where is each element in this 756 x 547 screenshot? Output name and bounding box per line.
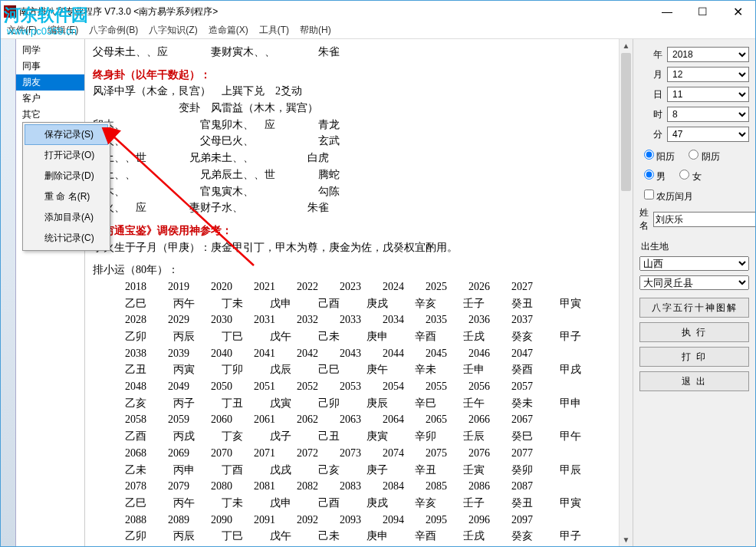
table-row: 乙亥 丙子 丁丑 戊寅 己卯 庚辰 辛巳 壬午 癸未 甲申 xyxy=(93,395,611,412)
left-gutter xyxy=(1,39,16,546)
app-icon xyxy=(4,5,16,18)
maximize-button[interactable]: ☐ xyxy=(685,1,720,22)
ctx-delete[interactable]: 删除记录(D) xyxy=(25,166,108,186)
window-controls: — ☐ ✕ xyxy=(649,1,755,22)
month-select[interactable]: 12 xyxy=(667,67,749,82)
ctx-add-dir[interactable]: 添加目录(A) xyxy=(25,207,108,228)
heading: 终身卦（以年干数起）： xyxy=(93,67,611,84)
scroll-thumb[interactable] xyxy=(621,53,631,191)
sidebar-item-other[interactable]: 其它 xyxy=(16,107,84,123)
menu-file[interactable]: 文件(F) xyxy=(7,24,37,37)
text-line: 巳火、 父母巳火、 玄武 xyxy=(93,133,611,150)
radio-female[interactable]: 女 xyxy=(679,170,701,183)
table-row: 2058 2059 2060 2061 2062 2063 2064 2065 … xyxy=(93,411,611,428)
menu-zaoming[interactable]: 造命篇(X) xyxy=(209,24,248,37)
text-line: 巳火、 应 妻财子水、 朱雀 xyxy=(93,199,611,216)
table-row: 2028 2029 2030 2031 2032 2033 2034 2035 … xyxy=(93,311,611,328)
province-select[interactable]: 山西 xyxy=(639,256,749,271)
right-panel: 年2018 月12 日11 时8 分47 阳历 阴历 男 女 农历闰月 姓名 出… xyxy=(633,39,755,546)
ctx-stats[interactable]: 统计记录(C) xyxy=(25,228,108,249)
radio-solar[interactable]: 阳历 xyxy=(644,150,675,163)
text-line: 风泽中孚（木金，艮宫） 上巽下兑 2爻动 xyxy=(93,83,611,100)
ctx-save[interactable]: 保存记录(S) xyxy=(25,124,108,145)
text-line: 未土、、世 兄弟未土、、 白虎 xyxy=(93,150,611,166)
print-button[interactable]: 打 印 xyxy=(639,347,749,367)
sidebar-item-friend[interactable]: 朋友 xyxy=(16,74,84,91)
exit-button[interactable]: 退 出 xyxy=(639,371,749,391)
text-line: 丁火生于子月（甲庚）：庚金甲引丁，甲木为尊，庚金为佐，戊癸权宜酌用。 xyxy=(93,239,611,256)
hour-label: 时 xyxy=(639,108,667,121)
table-row: 2038 2039 2040 2041 2042 2043 2044 2045 … xyxy=(93,345,611,362)
menu-tools[interactable]: 工具(T) xyxy=(259,24,289,37)
menu-edit[interactable]: 编辑(E) xyxy=(48,24,78,37)
table-row: 乙未 丙申 丁酉 戊戌 己亥 庚子 辛丑 壬寅 癸卯 甲辰 xyxy=(93,462,611,479)
scrollbar[interactable]: ▲ ▼ xyxy=(619,39,633,546)
name-input[interactable] xyxy=(653,212,756,227)
table-row: 2078 2079 2080 2081 2082 2083 2084 2085 … xyxy=(93,478,611,495)
main-content: 父母未土、、应 妻财寅木、、 朱雀 终身卦（以年干数起）： 风泽中孚（木金，艮宫… xyxy=(85,39,619,546)
table-row: 2088 2089 2090 2091 2092 2093 2094 2095 … xyxy=(93,512,611,529)
table-row: 乙卯 丙辰 丁巳 戊午 己未 庚申 辛酉 壬戌 癸亥 甲子 xyxy=(93,528,611,545)
heading: 《穷通宝鉴》调侯用神参考： xyxy=(93,222,611,239)
table-row: 2018 2019 2020 2021 2022 2023 2024 2025 … xyxy=(93,278,611,295)
fortune-table: 2018 2019 2020 2021 2022 2023 2024 2025 … xyxy=(93,278,611,545)
table-row: 2068 2069 2070 2071 2072 2073 2074 2075 … xyxy=(93,445,611,462)
table-row: 乙丑 丙寅 丁卯 戊辰 己巳 庚午 辛未 壬申 癸酉 甲戌 xyxy=(93,361,611,378)
year-label: 年 xyxy=(639,48,667,61)
text-line: 父母未土、、应 妻财寅木、、 朱雀 xyxy=(93,44,611,61)
text-line: 变卦 风雷益（木木，巽宫） xyxy=(93,100,611,117)
sidebar-item-colleague[interactable]: 同事 xyxy=(16,58,84,74)
table-row: 2048 2049 2050 2051 2052 2053 2054 2055 … xyxy=(93,378,611,395)
menu-help[interactable]: 帮助(H) xyxy=(300,24,331,37)
checkbox-lunar-leap[interactable]: 农历闰月 xyxy=(644,191,693,202)
scroll-up-icon[interactable]: ▲ xyxy=(620,39,633,52)
table-row: 乙巳 丙午 丁未 戊申 己酉 庚戌 辛亥 壬子 癸丑 甲寅 xyxy=(93,295,611,312)
context-menu: 保存记录(S) 打开记录(O) 删除记录(D) 重 命 名(R) 添加目录(A)… xyxy=(22,122,110,251)
execute-button[interactable]: 执 行 xyxy=(639,322,749,342)
text-line: 卯木、 官鬼寅木、 勾陈 xyxy=(93,183,611,200)
scroll-down-icon[interactable]: ▼ xyxy=(620,533,633,546)
diagram-button[interactable]: 八字五行十神图解 xyxy=(639,298,749,318)
city-select[interactable]: 大同灵丘县 xyxy=(639,275,749,290)
text-line: 排小运（80年）： xyxy=(93,262,611,278)
table-row: 乙巳 丙午 丁未 戊申 己酉 庚戌 辛亥 壬子 癸丑 甲寅 xyxy=(93,495,611,512)
ctx-open[interactable]: 打开记录(O) xyxy=(25,145,108,166)
minute-select[interactable]: 47 xyxy=(667,127,749,142)
radio-lunar[interactable]: 阴历 xyxy=(689,150,719,163)
day-select[interactable]: 11 xyxy=(667,87,749,102)
window-title: 南方排八字专业程序 V7.3.0 <南方易学系列程序> xyxy=(19,5,218,18)
minute-label: 分 xyxy=(639,128,667,141)
ctx-rename[interactable]: 重 命 名(R) xyxy=(25,186,108,207)
day-label: 日 xyxy=(639,88,667,101)
menu-examples[interactable]: 八字命例(B) xyxy=(89,24,138,37)
titlebar: 南方排八字专业程序 V7.3.0 <南方易学系列程序> — ☐ ✕ xyxy=(1,1,755,22)
text-line: 丑土、、 兄弟辰土、、世 腾蛇 xyxy=(93,166,611,183)
hour-select[interactable]: 8 xyxy=(667,107,749,122)
menu-knowledge[interactable]: 八字知识(Z) xyxy=(149,24,197,37)
table-row: 乙卯 丙辰 丁巳 戊午 己未 庚申 辛酉 壬戌 癸亥 甲子 xyxy=(93,328,611,345)
month-label: 月 xyxy=(639,68,667,81)
birthplace-label: 出生地 xyxy=(639,237,749,256)
close-button[interactable]: ✕ xyxy=(720,1,755,22)
sidebar-item-classmate[interactable]: 同学 xyxy=(16,42,84,58)
name-label: 姓名 xyxy=(639,206,653,232)
sidebar: 同学 同事 朋友 客户 其它 xyxy=(16,39,85,546)
radio-male[interactable]: 男 xyxy=(644,170,666,183)
text-line: 卯木、 官鬼卯木、 应 青龙 xyxy=(93,117,611,133)
minimize-button[interactable]: — xyxy=(649,1,685,22)
menubar: 文件(F) 编辑(E) 八字命例(B) 八字知识(Z) 造命篇(X) 工具(T)… xyxy=(1,22,755,39)
sidebar-item-customer[interactable]: 客户 xyxy=(16,91,84,107)
table-row: 乙酉 丙戌 丁亥 戊子 己丑 庚寅 辛卯 壬辰 癸巳 甲午 xyxy=(93,428,611,445)
year-select[interactable]: 2018 xyxy=(667,47,749,62)
